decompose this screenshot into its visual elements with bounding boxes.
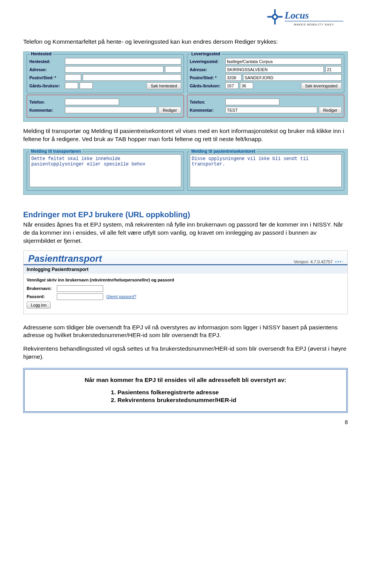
logg-inn-button[interactable]: Logg inn — [27, 302, 51, 308]
sted-input[interactable] — [83, 74, 181, 81]
adresse-label-r: Adresse: — [190, 67, 224, 72]
heading-epj: Endringer mot EPJ brukere (URL oppkoblin… — [23, 210, 348, 219]
melding-pasientreise-fieldset: Melding til pasientreisekontoret — [187, 152, 344, 191]
gards2-input[interactable] — [80, 82, 93, 89]
telefon-label: Telefon: — [29, 100, 63, 104]
telefon-label-r: Telefon: — [190, 100, 224, 104]
box-line: Når man kommer fra EPJ til ensides vil a… — [36, 377, 335, 383]
kommentar-label-r: Kommentar: — [190, 108, 224, 112]
gards1-input[interactable] — [65, 82, 78, 89]
brukernavn-input[interactable] — [57, 285, 103, 292]
postnr-input-r[interactable] — [225, 74, 242, 81]
svg-point-3 — [274, 15, 277, 19]
adresse-input-r[interactable] — [225, 66, 324, 73]
adresse-label: Adresse: — [29, 67, 63, 72]
postnr-input[interactable] — [65, 74, 81, 81]
logo-word: Locus — [284, 10, 309, 20]
glemt-passord-link[interactable]: Glemt passord? — [106, 294, 136, 299]
paragraph-3: Når ensides åpnes fra et EPJ system, må … — [23, 221, 348, 245]
adresse2-input[interactable] — [165, 66, 181, 73]
sok-leveringssted-button[interactable]: Søk leveringssted — [301, 82, 342, 89]
login-heading: Innlogging Pasienttransport — [24, 264, 347, 274]
page-number: 8 — [23, 419, 348, 425]
sted-input-r[interactable] — [243, 74, 342, 81]
telefon-input-r[interactable] — [225, 99, 279, 105]
paragraph-5: Rekvirentens behandlingssted vil også se… — [23, 345, 348, 361]
login-screenshot: Pasienttransport Versjon: 4.7.0.42757 In… — [23, 251, 348, 314]
version-text: Versjon: 4.7.0.42757 — [294, 259, 333, 264]
hentested-legend: Hentested — [29, 51, 53, 56]
gards2-input-r[interactable] — [240, 82, 253, 89]
messages-panel: Melding til transportøren Melding til pa… — [23, 149, 348, 195]
sok-hentested-button[interactable]: Søk hentested — [146, 82, 181, 89]
melding-transportor-fieldset: Melding til transportøren — [27, 152, 184, 191]
rediger-button-right[interactable]: Rediger — [319, 107, 342, 114]
paragraph-intro: Telefon og Kommentarfeltet på hente- og … — [23, 38, 348, 46]
postnr-label-r: Postnr/Sted: * — [190, 75, 224, 80]
hentested-fieldset: Hentested Hentested: Adresse: Postnr/Ste… — [27, 54, 184, 93]
gards1-input-r[interactable] — [225, 82, 238, 89]
melding-pasientreise-textarea[interactable] — [190, 154, 342, 187]
leveringssted-input[interactable] — [225, 58, 342, 65]
adresse2-input-r[interactable] — [325, 66, 342, 73]
gards-label-r: Gårds-/bruksnr: — [190, 84, 224, 88]
paragraph-2: Melding til transportør og Melding til p… — [23, 127, 348, 143]
kommentar-input[interactable] — [65, 107, 157, 113]
melding-pasientreise-legend: Melding til pasientreisekontoret — [190, 149, 257, 153]
logo-tagline: MAKES MOBILITY EASY — [294, 23, 334, 26]
rediger-button-left[interactable]: Rediger — [158, 107, 181, 114]
kommentar-input-r[interactable] — [225, 107, 317, 113]
dots-icon — [335, 261, 344, 262]
leveringssted-label: Leveringssted: — [190, 59, 224, 64]
melding-transportor-legend: Melding til transportøren — [29, 149, 83, 153]
address-panel: Hentested Hentested: Adresse: Postnr/Ste… — [23, 51, 348, 122]
login-instruction: Vennligst skriv inn brukernavn (rekviren… — [27, 278, 344, 282]
box-item-2: Rekvirentens brukerstedsnummer/HER-id — [117, 397, 335, 404]
leveringssted-contact-fieldset: Telefon: Kommentar:Rediger — [187, 95, 344, 118]
hentested-label: Hentested: — [29, 59, 63, 64]
box-item-1: Pasientens folkeregistrerte adresse — [117, 389, 335, 396]
passord-label: Passord: — [27, 294, 54, 299]
hentested-input[interactable] — [65, 58, 181, 65]
adresse-input[interactable] — [65, 66, 163, 73]
hentested-contact-fieldset: Telefon: Kommentar:Rediger — [27, 95, 184, 118]
passord-input[interactable] — [57, 293, 103, 300]
brukernavn-label: Brukernavn: — [27, 286, 54, 291]
postnr-label: Postnr/Sted: * — [29, 75, 63, 80]
leveringssted-fieldset: Leveringssted Leveringssted: Adresse: Po… — [187, 54, 344, 93]
telefon-input[interactable] — [65, 99, 119, 105]
app-title: Pasienttransport — [26, 253, 102, 264]
paragraph-4: Adressene som tildiger ble oversendt fra… — [23, 324, 348, 340]
override-info-box: Når man kommer fra EPJ til ensides vil a… — [23, 368, 348, 413]
logo: Locus MAKES MOBILITY EASY — [23, 8, 348, 30]
kommentar-label: Kommentar: — [29, 108, 63, 112]
leveringssted-legend: Leveringssted — [190, 51, 222, 56]
melding-transportor-textarea[interactable] — [29, 154, 181, 187]
gards-label: Gårds-/bruksnr: — [29, 84, 63, 88]
